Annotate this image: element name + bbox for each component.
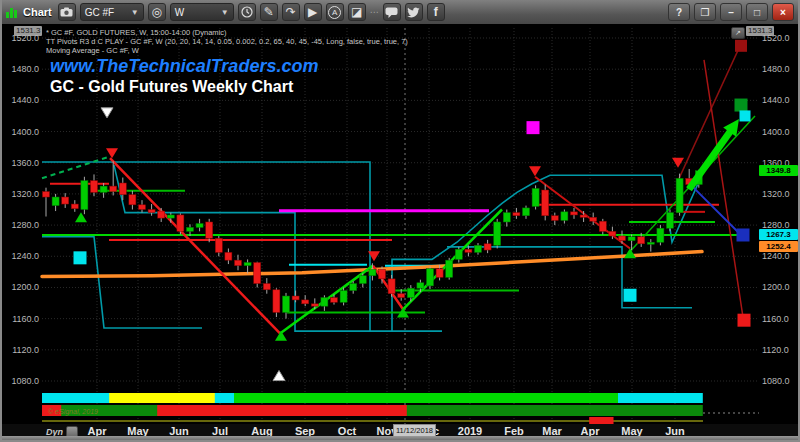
- symbol-dropdown[interactable]: GC #F▼: [80, 3, 144, 21]
- candle: [388, 279, 395, 294]
- candle: [676, 178, 683, 212]
- redo-button[interactable]: ↷: [282, 3, 300, 21]
- candle: [590, 217, 597, 221]
- candle: [542, 190, 549, 216]
- trend-line: [42, 156, 110, 178]
- candle: [609, 231, 616, 236]
- candle: [119, 183, 126, 195]
- y-axis-label: 1400.0: [3, 127, 39, 137]
- facebook-icon: f: [434, 5, 438, 19]
- chart-plot-area[interactable]: * GC #F, GOLD FUTURES, W, 15:00-14:00 (D…: [2, 24, 798, 438]
- study-info-lines: * GC #F, GOLD FUTURES, W, 15:00-14:00 (D…: [46, 28, 408, 55]
- chart-window: Chart GC #F▼ ◎ W▼ ✎ ↷ ▶ A ◪ ⋯ f ? ❐ – □ …: [0, 0, 800, 442]
- popout-icon[interactable]: ↗: [731, 27, 745, 39]
- buy-marker: [75, 212, 87, 222]
- trend-line: [110, 158, 280, 333]
- window-frame-bottom: [2, 436, 798, 440]
- annotation-square: [735, 99, 748, 112]
- time-settings-button[interactable]: [238, 3, 256, 21]
- candle: [503, 213, 510, 222]
- pivots-study-line: TT Pivots R3 d C PLAY - GC #F, W (20, 20…: [46, 37, 408, 46]
- alert-marker: [101, 108, 113, 118]
- candle: [446, 260, 453, 277]
- candle: [427, 269, 434, 286]
- candle: [254, 263, 261, 284]
- sell-marker: [106, 148, 118, 158]
- candle: [187, 227, 194, 231]
- candle: [580, 215, 587, 217]
- candle: [110, 186, 117, 191]
- y-axis-label: 1440.0: [3, 95, 39, 105]
- candle: [619, 236, 626, 241]
- candle: [657, 228, 664, 242]
- sell-marker: [529, 166, 541, 176]
- candle: [196, 224, 203, 228]
- trend-line: [535, 177, 630, 249]
- candle: [350, 284, 357, 291]
- popout-window-button[interactable]: ❐: [694, 3, 716, 21]
- trend-line: [692, 186, 741, 235]
- facebook-button[interactable]: f: [427, 3, 445, 21]
- help-button[interactable]: ?: [668, 3, 690, 21]
- price-tag: 1252.4: [759, 241, 798, 252]
- candle: [340, 291, 347, 303]
- candle: [484, 244, 491, 250]
- replay-button[interactable]: ▶: [304, 3, 322, 21]
- candle: [311, 304, 318, 306]
- indicator-ribbon-1: [234, 393, 626, 403]
- interval-dropdown[interactable]: W▼: [170, 3, 234, 21]
- play-icon: ▶: [308, 6, 317, 18]
- candle: [302, 300, 309, 304]
- candle: [71, 204, 78, 209]
- annotation-square: [527, 121, 540, 134]
- pencil-icon: ✎: [264, 6, 274, 18]
- price-tag: 1349.8: [759, 165, 798, 176]
- y-axis-label: 1240.0: [3, 251, 39, 261]
- candle: [283, 296, 290, 312]
- indicator-ribbon-1: [618, 393, 703, 403]
- y-axis-label: 1360.0: [3, 158, 39, 168]
- candle: [647, 242, 654, 244]
- candle: [263, 284, 270, 290]
- candle: [407, 288, 414, 297]
- y-axis-label: 1120.0: [3, 345, 39, 355]
- annotation-square: [737, 228, 750, 241]
- candle: [177, 215, 184, 231]
- close-button[interactable]: ×: [772, 3, 794, 21]
- more-icon: ⋯: [370, 7, 379, 17]
- candle: [628, 237, 635, 241]
- annotation-square: [624, 289, 637, 302]
- y-axis-label: 1520.0: [762, 33, 790, 43]
- price-tag: 1267.3: [759, 229, 798, 240]
- comment-button[interactable]: [383, 3, 401, 21]
- draw-button[interactable]: ✎: [260, 3, 278, 21]
- y-axis-label: 1160.0: [3, 314, 39, 324]
- candle: [215, 238, 222, 252]
- buy-marker: [624, 248, 636, 258]
- eraser-icon: ◪: [351, 6, 362, 18]
- annotation-square: [74, 251, 87, 264]
- candle: [455, 249, 462, 259]
- candle: [417, 283, 424, 288]
- eraser-button[interactable]: ◪: [348, 3, 366, 21]
- moving-average-line: Moving Average - GC #F, W: [46, 46, 408, 55]
- candle: [494, 222, 501, 245]
- y-axis-label: 1200.0: [762, 282, 790, 292]
- y-axis-label: 1080.0: [762, 376, 790, 386]
- indicator-ribbon-2: [407, 405, 703, 416]
- comment-icon: [385, 7, 398, 18]
- candle: [436, 269, 443, 278]
- twitter-button[interactable]: [405, 3, 423, 21]
- watermark-title: GC - Gold Futures Weekly Chart: [50, 78, 293, 96]
- annotate-button[interactable]: A: [326, 3, 344, 21]
- candle: [129, 195, 136, 205]
- candle: [235, 260, 242, 265]
- camera-icon[interactable]: [58, 3, 76, 21]
- esignal-copyright: © eSignal, 2019: [48, 408, 98, 415]
- minimize-button[interactable]: –: [720, 3, 742, 21]
- y-axis-label: 1200.0: [3, 282, 39, 292]
- maximize-button[interactable]: □: [746, 3, 768, 21]
- candle: [532, 188, 539, 206]
- candle: [513, 213, 520, 216]
- symbol-lookup-button[interactable]: ◎: [148, 3, 166, 21]
